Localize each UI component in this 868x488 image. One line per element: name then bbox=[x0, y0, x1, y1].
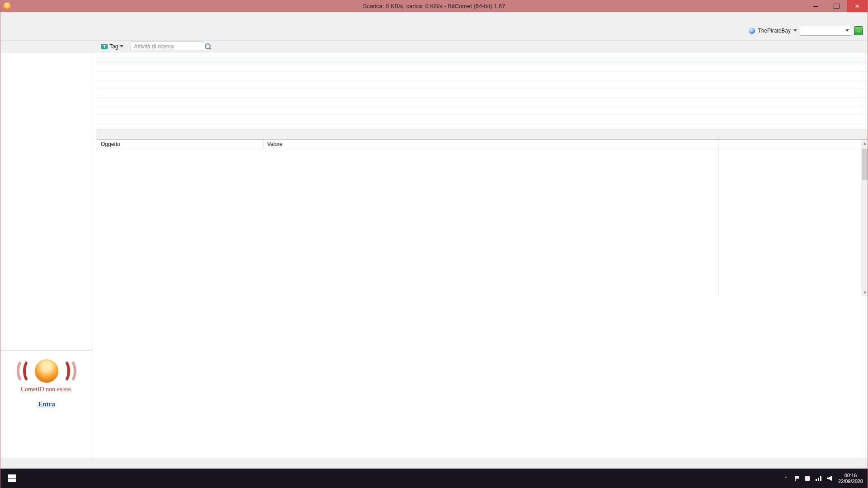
sidebar: CometID non esiste. Entra bbox=[0, 52, 93, 459]
torrent-list-header bbox=[96, 52, 868, 63]
tray-app-icon[interactable] bbox=[805, 476, 810, 481]
close-button[interactable] bbox=[847, 0, 868, 12]
sidebar-tree bbox=[0, 52, 93, 350]
statistics-grid-line bbox=[718, 140, 719, 296]
window-title: Scarica: 0 KB/s, carica: 0 KB/s - BitCom… bbox=[0, 3, 868, 9]
tag-label: Tag bbox=[109, 43, 118, 50]
search-engine-label[interactable]: ThePirateBay bbox=[758, 28, 791, 34]
toolbar-buttons bbox=[0, 21, 2, 40]
bitcomet-window: Scarica: 0 KB/s, carica: 0 KB/s - BitCom… bbox=[0, 0, 868, 488]
tray-date: 22/09/2020 bbox=[838, 479, 863, 484]
tag-chevron-down-icon bbox=[120, 45, 123, 47]
task-search-input[interactable] bbox=[133, 43, 205, 50]
window-controls bbox=[805, 0, 868, 12]
statistics-panel: Oggetto Valore ▲ ▼ bbox=[96, 140, 868, 296]
statistics-col-valore[interactable]: Valore bbox=[264, 141, 283, 147]
tray-clock[interactable]: 00:16 22/09/2020 bbox=[838, 473, 863, 484]
start-button[interactable] bbox=[0, 469, 23, 488]
system-tray: 00:16 22/09/2020 bbox=[782, 473, 868, 484]
tray-chevron-up-icon[interactable] bbox=[782, 475, 789, 482]
bitcomet-app-icon bbox=[3, 2, 11, 10]
network-icon[interactable] bbox=[816, 476, 821, 481]
chevron-down-icon[interactable] bbox=[793, 29, 797, 32]
title-bar[interactable]: Scarica: 0 KB/s, carica: 0 KB/s - BitCom… bbox=[0, 0, 868, 12]
main-toolbar: ThePirateBay bbox=[0, 21, 868, 41]
volume-icon[interactable] bbox=[827, 476, 833, 481]
status-bar bbox=[0, 459, 868, 469]
search-icon bbox=[205, 43, 211, 49]
tray-time: 00:16 bbox=[838, 473, 863, 479]
filter-row: Tag bbox=[0, 41, 868, 52]
tag-icon bbox=[101, 44, 108, 49]
toolbar-search-input[interactable] bbox=[800, 27, 845, 35]
search-engine-icon bbox=[749, 28, 755, 34]
detail-tabs bbox=[96, 129, 868, 140]
scroll-up-arrow[interactable]: ▲ bbox=[861, 140, 868, 147]
statistics-header: Oggetto Valore bbox=[96, 140, 868, 149]
tag-button[interactable]: Tag bbox=[98, 42, 127, 51]
cometid-login-link[interactable]: Entra bbox=[38, 400, 55, 408]
statistics-scrollbar[interactable]: ▲ ▼ bbox=[861, 140, 868, 296]
torrent-list-empty-area bbox=[96, 63, 868, 129]
scrollbar-thumb[interactable] bbox=[862, 149, 868, 180]
toolbar-search-combo[interactable] bbox=[800, 26, 851, 36]
toolbar-search-area: ThePirateBay bbox=[749, 21, 868, 40]
tray-flag-icon[interactable] bbox=[795, 476, 799, 481]
task-search-box[interactable] bbox=[131, 42, 203, 51]
main-pane: Oggetto Valore ▲ ▼ bbox=[96, 52, 868, 459]
taskbar: 00:16 22/09/2020 bbox=[0, 469, 868, 488]
cometid-logo bbox=[19, 359, 74, 383]
minimize-button[interactable] bbox=[805, 0, 826, 12]
windows-logo-icon bbox=[8, 474, 16, 482]
menu-bar bbox=[0, 12, 868, 21]
scroll-down-arrow[interactable]: ▼ bbox=[861, 289, 868, 296]
maximize-button[interactable] bbox=[826, 0, 847, 12]
cometid-panel: CometID non esiste. Entra bbox=[0, 350, 93, 459]
search-go-button[interactable] bbox=[854, 26, 863, 35]
cometid-status: CometID non esiste. bbox=[0, 386, 93, 393]
combo-chevron-down-icon[interactable] bbox=[845, 29, 849, 32]
statistics-col-oggetto[interactable]: Oggetto bbox=[96, 140, 264, 149]
